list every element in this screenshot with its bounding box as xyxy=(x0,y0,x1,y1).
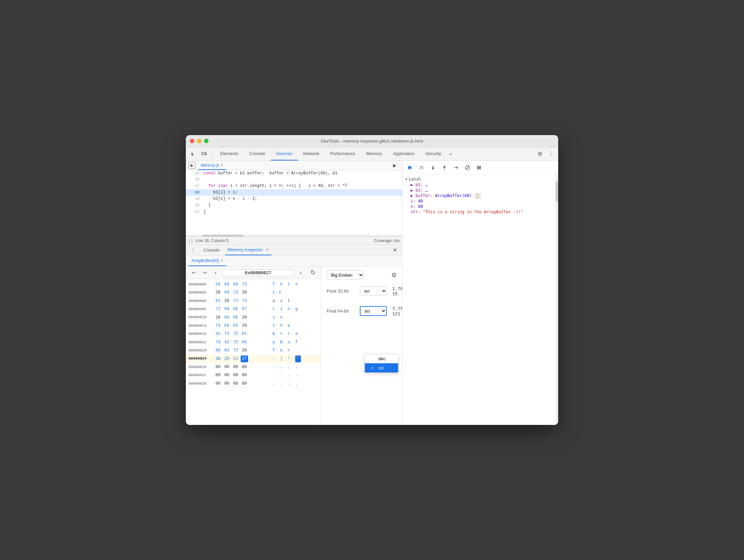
float64-format-select[interactable]: sci dec xyxy=(360,306,387,316)
code-line-19: 19 b2[i] = n - i - 1; xyxy=(186,196,402,202)
float32-label: Float 32-bit xyxy=(327,288,357,294)
pause-btn[interactable] xyxy=(474,163,484,172)
tab-application[interactable]: Application xyxy=(388,147,420,160)
selected-byte[interactable]: 27 xyxy=(241,356,248,362)
hex-address-input[interactable] xyxy=(222,269,294,276)
arraybuffer-tab[interactable]: ArrayBuffer(60) ✕ xyxy=(189,256,226,266)
device-toggle-icon[interactable] xyxy=(199,149,209,159)
tab-memory[interactable]: Memory xyxy=(361,147,388,160)
hex-prev-btn[interactable]: ‹ xyxy=(212,268,220,277)
close-panel-icon[interactable]: ✕ xyxy=(390,245,399,255)
console-tab[interactable]: Console xyxy=(201,245,222,255)
endian-select[interactable]: Big Endian Little Endian xyxy=(327,271,364,280)
val-settings-icon[interactable]: ⚙ xyxy=(391,272,397,279)
sources-toolbar: ▶ demo-js.js ✕ ▶ xyxy=(186,161,402,170)
scope-container: ▾ Local ▶ b1: … ▶ b2: … ▶ buffer: ArrayB… xyxy=(402,175,558,425)
console-tab-label: Console xyxy=(203,247,220,253)
tab-console[interactable]: Console xyxy=(244,147,271,160)
scope-item-buffer: ▶ buffer: ArrayBuffer(60) 📋 xyxy=(405,193,555,198)
format-icon: { } xyxy=(189,238,193,243)
tab-sources[interactable]: Sources xyxy=(271,147,298,160)
close-panel-btn[interactable]: ✕ xyxy=(390,245,399,255)
float64-row: Float 64-bit sci dec 7.75e-121 xyxy=(327,304,397,318)
code-line-18: 18 b1[i] = i; xyxy=(186,189,402,196)
scope-header: ▾ Local xyxy=(405,176,555,182)
scope-item-str: str: "This is a string in the ArrayBuffe… xyxy=(405,209,555,215)
hex-row-24: 00000024 3A 29 21 27 xyxy=(186,355,321,363)
hex-row-28: 00000028 00 00 00 00 . . . . xyxy=(186,363,321,371)
minimize-button[interactable] xyxy=(197,139,201,143)
hex-row-2c: 0000002C 00 00 00 00 . . . . xyxy=(186,371,321,379)
hex-back-btn[interactable]: ↩ xyxy=(190,268,198,277)
hex-row-10: 00000010 20 69 6E 20 i n xyxy=(186,314,321,322)
maximize-button[interactable] xyxy=(204,139,209,143)
tab-overflow[interactable]: » xyxy=(446,147,454,160)
svg-marker-11 xyxy=(457,166,458,169)
hex-forward-btn[interactable]: ↪ xyxy=(201,268,209,277)
hex-refresh-btn[interactable]: ↻ xyxy=(309,268,317,277)
scope-section: ▾ Local ▶ b1: … ▶ b2: … ▶ buffer: ArrayB… xyxy=(402,175,558,216)
devtools-main: ▶ demo-js.js ✕ ▶ 15 const buffer = b1. xyxy=(186,161,558,425)
tab-elements[interactable]: Elements xyxy=(215,147,244,160)
svg-line-13 xyxy=(466,166,469,169)
svg-marker-7 xyxy=(432,168,434,170)
svg-rect-0 xyxy=(202,152,205,155)
toolbar-divider-1 xyxy=(212,151,212,157)
memory-inspector-tab[interactable]: Memory Inspector ✕ xyxy=(225,245,271,255)
settings-icon[interactable]: ⚙ xyxy=(535,149,545,159)
dropdown-dec-label: dec xyxy=(378,356,386,361)
format-code-icon[interactable]: ▶ xyxy=(390,161,399,170)
right-panel: ▾ Local ▶ b1: … ▶ b2: … ▶ buffer: ArrayB… xyxy=(402,161,558,425)
hex-nav: ↩ ↪ ‹ › ↻ xyxy=(186,266,321,279)
tab-security[interactable]: Security xyxy=(420,147,446,160)
dropdown-item-sci[interactable]: ✓ sci xyxy=(365,363,398,372)
hex-row-4: 00000004 20 69 73 20 i s xyxy=(186,288,321,297)
hex-next-btn[interactable]: › xyxy=(297,268,305,277)
source-file-name: demo-js.js xyxy=(201,163,219,168)
close-arraybuffer-tab[interactable]: ✕ xyxy=(220,258,223,263)
float64-value: 7.75e-121 xyxy=(392,306,402,316)
dropdown-item-dec[interactable]: dec xyxy=(365,354,398,363)
step-into-btn[interactable] xyxy=(428,163,438,172)
debug-scrollbar-thumb xyxy=(555,181,558,202)
close-button[interactable] xyxy=(190,139,194,143)
svg-rect-14 xyxy=(477,166,479,169)
memory-inspect-btn[interactable]: 📋 xyxy=(474,193,481,198)
left-panel: ▶ demo-js.js ✕ ▶ 15 const buffer = b1. xyxy=(186,161,402,425)
mi-body: ↩ ↪ ‹ › ↻ xyxy=(186,266,402,425)
mi-tab-bar: ArrayBuffer(60) ✕ xyxy=(186,256,402,266)
memory-inspector-tab-label: Memory Inspector xyxy=(228,247,263,252)
more-options-icon[interactable]: ⋮ xyxy=(546,149,555,159)
float32-format-select[interactable]: sci dec xyxy=(360,286,387,296)
memory-inspector: ArrayBuffer(60) ✕ ↩ xyxy=(186,256,402,425)
status-bar: { } Line 18, Column 5 Coverage: n/a xyxy=(186,237,402,245)
step-out-btn[interactable] xyxy=(440,163,449,172)
devtools-container: Elements Console Sources Network Perform… xyxy=(186,147,558,425)
source-file-tab[interactable]: demo-js.js ✕ xyxy=(198,161,226,170)
dropdown-sci-label: sci xyxy=(378,365,384,370)
step-btn[interactable] xyxy=(451,163,461,172)
more-icon[interactable]: ⋮ xyxy=(189,245,198,255)
code-line-15: 15 const buffer = b1.buffer; buffer = Ar… xyxy=(186,170,402,177)
tab-network[interactable]: Network xyxy=(298,147,325,160)
resume-btn[interactable] xyxy=(405,163,415,172)
add-source-icon[interactable]: ▶ xyxy=(189,162,195,169)
cursor-icon[interactable] xyxy=(189,149,198,159)
hex-viewer: ↩ ↪ ‹ › ↻ xyxy=(186,266,321,425)
code-editor[interactable]: 15 const buffer = b1.buffer; buffer = Ar… xyxy=(186,170,402,235)
scope-item-i: i: 40 xyxy=(405,198,555,204)
hex-row-c: 0000000C 72 69 6E 67 r i n g xyxy=(186,305,321,313)
debug-scrollbar[interactable] xyxy=(555,175,558,425)
traffic-lights xyxy=(190,139,209,143)
svg-rect-15 xyxy=(479,166,481,169)
step-over-btn[interactable] xyxy=(417,163,426,172)
scope-item-n: n: 60 xyxy=(405,204,555,209)
hex-row-8: 00000008 61 20 73 74 a s t xyxy=(186,297,321,305)
close-memory-inspector-btn[interactable]: ✕ xyxy=(266,247,269,252)
close-file-btn[interactable]: ✕ xyxy=(221,163,223,167)
deactivate-btn[interactable] xyxy=(463,163,472,172)
val-inspector-settings-btn[interactable]: ⚙ xyxy=(391,272,397,279)
tab-performance[interactable]: Performance xyxy=(325,147,360,160)
svg-marker-9 xyxy=(443,166,446,168)
line-column: Line 18, Column 5 xyxy=(195,238,228,243)
